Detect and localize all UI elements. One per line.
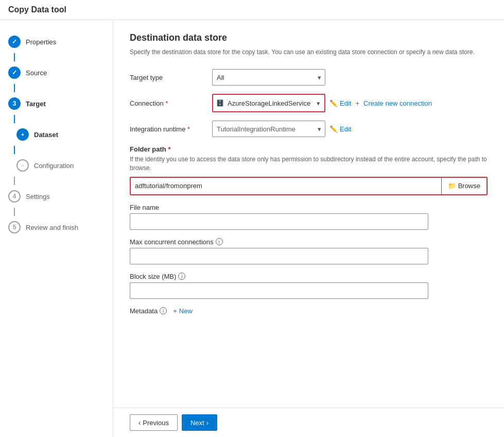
integration-select-wrapper: TutorialIntegrationRuntime ▾	[212, 121, 325, 137]
create-connection-link[interactable]: Create new connection	[363, 99, 432, 107]
sidebar-item-settings[interactable]: 4 Settings	[0, 185, 113, 208]
separator: +	[355, 99, 359, 107]
edit-pencil-icon: ✏️	[329, 99, 338, 107]
folder-path-input-row: 📁 Browse	[130, 177, 488, 195]
connection-control: 🗄️ AzureStorageLinkedService ▾ ✏️ Edit +	[212, 94, 488, 112]
step-circle-configuration: ○	[16, 159, 29, 172]
integration-runtime-control: TutorialIntegrationRuntime ▾ ✏️ Edit	[212, 121, 488, 137]
max-connections-label: Max concurrent connections i	[130, 238, 488, 246]
integration-edit-icon: ✏️	[329, 125, 338, 133]
app-title: Copy Data tool	[0, 0, 504, 20]
metadata-section: Metadata i + New	[130, 307, 488, 315]
connector-2	[14, 84, 15, 92]
chevron-left-icon: ‹	[138, 419, 141, 427]
sidebar-label-settings: Settings	[26, 193, 50, 200]
metadata-row: Metadata i + New	[130, 307, 488, 315]
sidebar-item-dataset[interactable]: ● Dataset	[0, 123, 113, 146]
file-name-label: File name	[130, 204, 488, 211]
sidebar-label-source: Source	[26, 69, 47, 77]
metadata-info-icon: i	[160, 307, 167, 314]
connection-select-wrapper: 🗄️ AzureStorageLinkedService ▾	[212, 94, 325, 112]
file-name-input[interactable]	[130, 213, 428, 230]
max-connections-input[interactable]	[130, 248, 428, 264]
sidebar-label-review: Review and finish	[26, 224, 78, 231]
sidebar-item-configuration[interactable]: ○ Configuration	[0, 154, 113, 177]
connector-4	[14, 146, 15, 154]
folder-path-section: Folder path * If the identity you use to…	[130, 145, 488, 195]
section-title: Destination data store	[130, 32, 488, 43]
sidebar-label-properties: Properties	[26, 38, 56, 46]
browse-button[interactable]: 📁 Browse	[441, 178, 486, 194]
integration-inner-row: TutorialIntegrationRuntime ▾ ✏️ Edit	[212, 121, 488, 137]
sidebar-label-target: Target	[26, 100, 46, 108]
connector-6	[14, 208, 15, 216]
metadata-label: Metadata i	[130, 307, 167, 315]
chevron-right-icon: ›	[206, 419, 208, 427]
sidebar: ✓ Properties ✓ Source 3 Target ● Dataset…	[0, 20, 113, 437]
previous-button[interactable]: ‹ Previous	[130, 414, 178, 431]
target-type-select-wrapper: All Azure Blob Storage Azure SQL ▾	[212, 69, 325, 86]
plus-icon: +	[173, 307, 177, 315]
folder-path-hint: If the identity you use to access the da…	[130, 155, 488, 173]
integration-runtime-label: Integration runtime	[130, 125, 212, 133]
sidebar-label-dataset: Dataset	[34, 131, 58, 139]
block-size-info-icon: i	[178, 273, 185, 280]
next-button[interactable]: Next ›	[182, 414, 217, 431]
new-metadata-button[interactable]: + New	[173, 307, 193, 315]
step-circle-properties: ✓	[8, 36, 21, 48]
footer: ‹ Previous Next ›	[113, 408, 504, 437]
connector-3	[14, 115, 15, 123]
edit-connection-link[interactable]: ✏️ Edit	[329, 99, 351, 107]
connection-label: Connection	[130, 99, 212, 107]
target-type-row: Target type All Azure Blob Storage Azure…	[130, 69, 488, 86]
folder-icon: 📁	[448, 182, 456, 190]
block-size-section: Block size (MB) i	[130, 273, 488, 299]
content-area: Destination data store Specify the desti…	[113, 20, 504, 437]
step-circle-target: 3	[8, 97, 21, 110]
sidebar-item-review[interactable]: 5 Review and finish	[0, 216, 113, 239]
folder-path-label: Folder path *	[130, 145, 488, 153]
sidebar-item-properties[interactable]: ✓ Properties	[0, 30, 113, 53]
sidebar-item-source[interactable]: ✓ Source	[0, 61, 113, 84]
sidebar-label-configuration: Configuration	[34, 162, 74, 170]
max-connections-info-icon: i	[216, 238, 223, 245]
block-size-label: Block size (MB) i	[130, 273, 488, 280]
connection-inner-row: 🗄️ AzureStorageLinkedService ▾ ✏️ Edit +	[212, 94, 488, 112]
block-size-input[interactable]	[130, 282, 428, 299]
step-circle-settings: 4	[8, 190, 21, 203]
step-circle-dataset: ●	[16, 128, 29, 141]
sidebar-item-target[interactable]: 3 Target	[0, 92, 113, 115]
integration-runtime-select[interactable]: TutorialIntegrationRuntime	[212, 121, 325, 137]
max-connections-section: Max concurrent connections i	[130, 238, 488, 264]
target-type-select[interactable]: All Azure Blob Storage Azure SQL	[212, 69, 325, 86]
step-circle-review: 5	[8, 221, 21, 233]
connector-1	[14, 53, 15, 61]
edit-integration-link[interactable]: ✏️ Edit	[329, 125, 351, 133]
integration-runtime-row: Integration runtime TutorialIntegrationR…	[130, 121, 488, 137]
target-type-control: All Azure Blob Storage Azure SQL ▾	[212, 69, 488, 86]
file-name-section: File name	[130, 204, 488, 230]
connection-row: Connection 🗄️ AzureStorageLinkedService …	[130, 94, 488, 112]
content-scroll: Destination data store Specify the desti…	[113, 20, 504, 408]
target-type-label: Target type	[130, 74, 212, 81]
connection-select[interactable]: AzureStorageLinkedService	[213, 95, 324, 111]
section-desc: Specify the destination data store for t…	[130, 47, 488, 57]
folder-path-input[interactable]	[131, 178, 441, 194]
connector-5	[14, 177, 15, 185]
step-circle-source: ✓	[8, 66, 21, 79]
